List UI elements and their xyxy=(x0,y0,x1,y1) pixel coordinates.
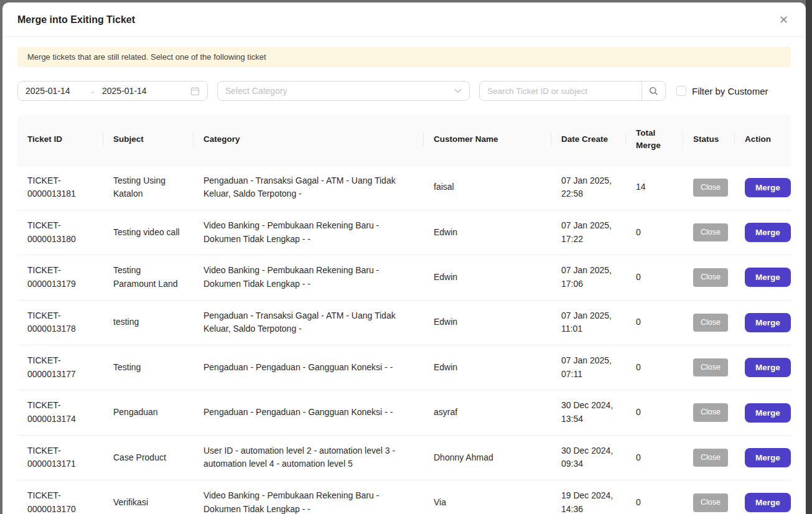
status-cell: Close xyxy=(683,435,735,480)
table-row: TICKET-0000013171 Case Product User ID -… xyxy=(17,435,791,480)
subject-cell: Testing Paramount Land xyxy=(103,255,194,300)
modal-header: Merge into Exiting Ticket ✕ xyxy=(2,2,806,37)
table-header: Ticket ID Subject Category Customer Name… xyxy=(17,114,791,165)
status-badge: Close xyxy=(693,314,728,332)
action-cell: Merge xyxy=(735,435,791,480)
filter-by-customer-control[interactable]: Filter by Customer xyxy=(676,86,768,96)
table-row: TICKET-0000013170 Verifikasi Video Banki… xyxy=(17,480,791,514)
customer-name-cell: Edwin xyxy=(424,300,551,345)
table-row: TICKET-0000013174 Pengaduan Pengaduan - … xyxy=(17,390,791,435)
status-badge: Close xyxy=(693,268,728,286)
category-cell: Pengaduan - Transaksi Gagal - ATM - Uang… xyxy=(194,300,424,345)
total-merge-cell: 0 xyxy=(626,345,683,390)
ticket-id-cell: TICKET-0000013174 xyxy=(17,390,103,435)
ticket-id-cell: TICKET-0000013171 xyxy=(17,435,103,480)
category-cell: Pengaduan - Pengaduan - Gangguan Koneksi… xyxy=(194,390,424,435)
date-create-cell: 07 Jan 2025, 17:22 xyxy=(551,210,626,255)
merge-ticket-modal: Merge into Exiting Ticket ✕ Merge ticket… xyxy=(2,2,806,514)
merge-button[interactable]: Merge xyxy=(745,268,791,287)
ticket-id-cell: TICKET-0000013170 xyxy=(17,480,103,514)
customer-name-cell: Via xyxy=(424,480,551,514)
customer-name-cell: Edwin xyxy=(424,210,551,255)
table-row: TICKET-0000013181 Testing Using Katalon … xyxy=(17,165,791,210)
modal-body: Merge tickets that are still related. Se… xyxy=(2,37,806,514)
table-row: TICKET-0000013178 testing Pengaduan - Tr… xyxy=(17,300,791,345)
category-cell: Video Banking - Pembukaan Rekening Baru … xyxy=(194,480,424,514)
column-header-action: Action xyxy=(735,114,791,165)
category-cell: Video Banking - Pembukaan Rekening Baru … xyxy=(194,210,424,255)
status-cell: Close xyxy=(683,480,735,514)
merge-button[interactable]: Merge xyxy=(745,313,791,332)
notice-banner: Merge tickets that are still related. Se… xyxy=(17,47,791,67)
ticket-id-cell: TICKET-0000013181 xyxy=(17,165,103,210)
status-cell: Close xyxy=(683,255,735,300)
status-cell: Close xyxy=(683,345,735,390)
modal-title: Merge into Exiting Ticket xyxy=(17,14,135,26)
search-icon xyxy=(649,86,658,96)
total-merge-cell: 14 xyxy=(626,165,683,210)
status-cell: Close xyxy=(683,165,735,210)
status-cell: Close xyxy=(683,390,735,435)
subject-cell: Testing Using Katalon xyxy=(103,165,194,210)
column-header-date-create: Date Create xyxy=(551,114,626,165)
total-merge-cell: 0 xyxy=(626,435,683,480)
merge-button[interactable]: Merge xyxy=(745,358,791,377)
merge-button[interactable]: Merge xyxy=(745,448,791,467)
date-create-cell: 30 Dec 2024, 09:34 xyxy=(551,435,626,480)
start-date-input[interactable] xyxy=(26,86,88,96)
merge-button[interactable]: Merge xyxy=(745,223,791,242)
category-placeholder: Select Category xyxy=(225,86,287,96)
date-create-cell: 30 Dec 2024, 13:54 xyxy=(551,390,626,435)
customer-name-cell: Dhonny Ahmad xyxy=(424,435,551,480)
total-merge-cell: 0 xyxy=(626,210,683,255)
status-cell: Close xyxy=(683,300,735,345)
dimmed-page-background xyxy=(806,0,812,514)
action-cell: Merge xyxy=(735,345,791,390)
status-badge: Close xyxy=(693,223,728,241)
total-merge-cell: 0 xyxy=(626,480,683,514)
column-header-ticket-id: Ticket ID xyxy=(17,114,103,165)
category-cell: Pengaduan - Pengaduan - Gangguan Koneksi… xyxy=(194,345,424,390)
date-create-cell: 07 Jan 2025, 07:11 xyxy=(551,345,626,390)
subject-cell: Case Product xyxy=(103,435,194,480)
status-badge: Close xyxy=(693,403,728,421)
action-cell: Merge xyxy=(735,300,791,345)
ticket-id-cell: TICKET-0000013180 xyxy=(17,210,103,255)
filter-by-customer-checkbox[interactable] xyxy=(676,86,686,96)
category-select[interactable]: Select Category xyxy=(217,81,470,101)
close-icon[interactable]: ✕ xyxy=(777,13,791,27)
action-cell: Merge xyxy=(735,390,791,435)
subject-cell: Pengaduan xyxy=(103,390,194,435)
action-cell: Merge xyxy=(735,255,791,300)
merge-button[interactable]: Merge xyxy=(745,403,791,423)
ticket-table-body: TICKET-0000013181 Testing Using Katalon … xyxy=(17,165,791,514)
end-date-input[interactable] xyxy=(102,86,162,96)
customer-name-cell: asyraf xyxy=(424,390,551,435)
action-cell: Merge xyxy=(735,210,791,255)
column-header-total-merge: Total Merge xyxy=(626,114,683,165)
column-header-status: Status xyxy=(683,114,735,165)
date-create-cell: 07 Jan 2025, 17:06 xyxy=(551,255,626,300)
subject-cell: Testing xyxy=(103,345,194,390)
subject-cell: Testing video call xyxy=(103,210,194,255)
status-badge: Close xyxy=(693,493,728,512)
status-badge: Close xyxy=(693,358,728,376)
chevron-down-icon xyxy=(454,88,462,93)
customer-name-cell: faisal xyxy=(424,165,551,210)
table-row: TICKET-0000013179 Testing Paramount Land… xyxy=(17,255,791,300)
merge-button[interactable]: Merge xyxy=(745,178,791,197)
ticket-id-cell: TICKET-0000013179 xyxy=(17,255,103,300)
arrow-right-icon: → xyxy=(88,86,96,96)
category-cell: User ID - automation level 2 - automatio… xyxy=(194,435,424,480)
date-range-picker[interactable]: → xyxy=(17,81,208,101)
status-badge: Close xyxy=(693,449,728,467)
search-button[interactable] xyxy=(642,82,665,100)
date-create-cell: 07 Jan 2025, 22:58 xyxy=(551,165,626,210)
calendar-icon xyxy=(190,86,200,96)
subject-cell: testing xyxy=(103,300,194,345)
ticket-id-cell: TICKET-0000013178 xyxy=(17,300,103,345)
filter-by-customer-label: Filter by Customer xyxy=(692,86,768,96)
merge-button[interactable]: Merge xyxy=(745,493,791,512)
search-input[interactable] xyxy=(480,86,642,96)
date-create-cell: 07 Jan 2025, 11:01 xyxy=(551,300,626,345)
